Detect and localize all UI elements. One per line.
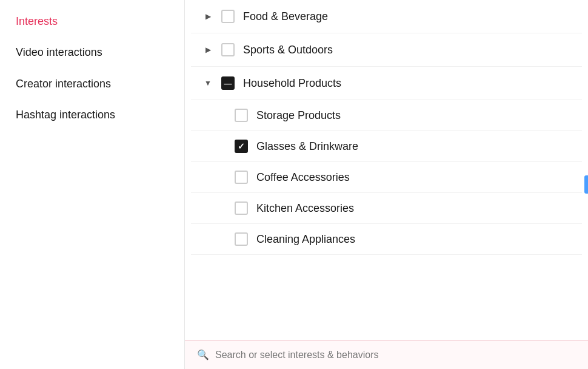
subcategory-storage-products[interactable]: Storage Products [191, 100, 582, 131]
label-glasses-drinkware: Glasses & Drinkware [256, 140, 358, 153]
label-kitchen-accessories: Kitchen Accessories [256, 202, 354, 215]
subcategory-cleaning-appliances[interactable]: Cleaning Appliances [191, 224, 582, 255]
search-bar: 🔍 [185, 340, 588, 369]
checkbox-kitchen-accessories[interactable] [235, 201, 248, 215]
sidebar-item-creator-interactions[interactable]: Creator interactions [0, 69, 184, 100]
category-list: ▶ Food & Beverage ▶ Sports & Outdoors ▼ … [185, 0, 588, 340]
expand-arrow-sports-outdoors[interactable]: ▶ [203, 45, 213, 55]
checkbox-household-products[interactable] [221, 76, 235, 90]
label-cleaning-appliances: Cleaning Appliances [256, 233, 355, 246]
checkbox-coffee-accessories[interactable] [235, 171, 248, 184]
category-sports-outdoors[interactable]: ▶ Sports & Outdoors [191, 33, 582, 67]
category-label-food-beverage: Food & Beverage [243, 10, 328, 23]
checkbox-cleaning-appliances[interactable] [235, 232, 248, 246]
checkbox-sports-outdoors[interactable] [221, 43, 235, 56]
subcategory-kitchen-accessories[interactable]: Kitchen Accessories [191, 193, 582, 224]
subcategory-glasses-drinkware[interactable]: Glasses & Drinkware [191, 131, 582, 162]
sidebar-item-video-interactions[interactable]: Video interactions [0, 37, 184, 68]
search-input[interactable] [215, 350, 576, 361]
sidebar: Interests Video interactions Creator int… [0, 0, 185, 369]
checkbox-glasses-drinkware[interactable] [235, 140, 248, 153]
category-label-household-products: Household Products [243, 77, 341, 90]
search-icon: 🔍 [197, 349, 209, 361]
expand-arrow-food-beverage[interactable]: ▶ [203, 12, 213, 21]
sidebar-item-hashtag-interactions[interactable]: Hashtag interactions [0, 100, 184, 130]
scroll-indicator [584, 175, 588, 194]
checkbox-storage-products[interactable] [235, 109, 248, 122]
checkbox-food-beverage[interactable] [221, 10, 235, 23]
label-storage-products: Storage Products [256, 109, 341, 122]
expand-arrow-household-products[interactable]: ▼ [203, 78, 213, 88]
sidebar-item-interests[interactable]: Interests [0, 6, 184, 37]
category-label-sports-outdoors: Sports & Outdoors [243, 44, 333, 56]
category-household-products[interactable]: ▼ Household Products [191, 67, 582, 100]
subcategory-coffee-accessories[interactable]: Coffee Accessories [191, 162, 582, 193]
label-coffee-accessories: Coffee Accessories [256, 171, 350, 184]
category-food-beverage[interactable]: ▶ Food & Beverage [191, 0, 582, 33]
